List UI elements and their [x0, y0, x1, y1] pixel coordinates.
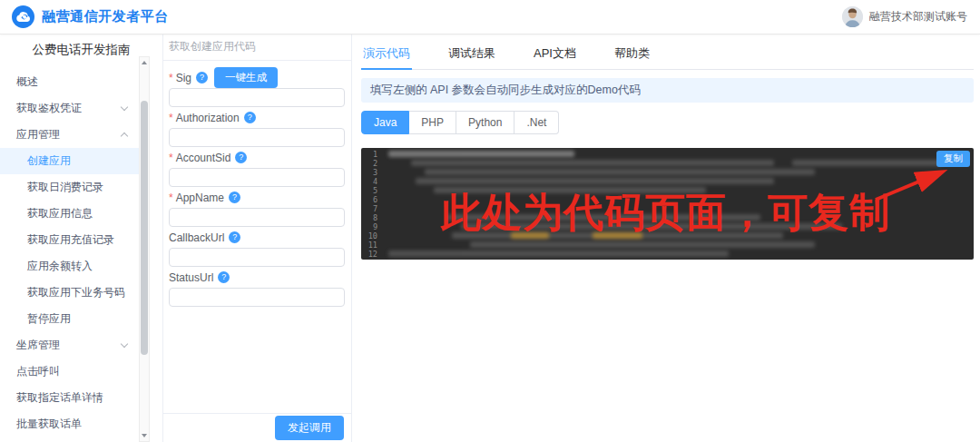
generate-sig-button[interactable]: 一键生成	[214, 67, 278, 88]
page-title: 融营通信开发者平台	[42, 8, 169, 25]
scroll-down-icon[interactable]	[140, 430, 149, 441]
app-header: 融营通信开发者平台 融营技术部测试账号	[0, 0, 980, 34]
sidebar-item-label: 获取应用下业务号码	[27, 285, 125, 300]
field-statusurl: StatusUrl	[169, 270, 345, 307]
sidebar-item-label: 获取日消费记录	[27, 180, 103, 195]
info-banner: 填写左侧的 API 参数会自动同步生成对应的Demo代码	[361, 78, 974, 103]
sidebar-item-label: 概述	[16, 74, 38, 90]
required-mark: *	[169, 112, 173, 124]
field-label: AccountSid	[176, 152, 231, 164]
account-menu[interactable]: 融营技术部测试账号	[842, 6, 967, 27]
sidebar-item-label: 点击呼叫	[16, 364, 60, 379]
sidebar-item-agent-management[interactable]: 坐席管理	[0, 332, 151, 359]
field-label: AppName	[176, 192, 224, 204]
help-icon[interactable]	[218, 271, 230, 283]
sidebar-item-label: 获取指定话单详情	[16, 390, 103, 406]
chevron-up-icon	[121, 133, 128, 140]
annotation-text: 此处为代码页面，可复制	[441, 190, 890, 236]
copy-button[interactable]: 复制	[936, 151, 970, 167]
sidebar-item-daily-consumption[interactable]: 获取日消费记录	[0, 174, 151, 201]
lang-php-button[interactable]: PHP	[409, 111, 456, 134]
help-icon[interactable]	[244, 112, 256, 123]
sig-input[interactable]	[169, 88, 345, 107]
tab-api-docs[interactable]: API文档	[532, 40, 578, 69]
scrollbar-thumb[interactable]	[141, 101, 148, 355]
sidebar-item-balance-transfer[interactable]: 应用余额转入	[0, 253, 151, 280]
field-label: StatusUrl	[169, 271, 213, 284]
sidebar-item-pause-app[interactable]: 暂停应用	[0, 306, 151, 332]
form-footer: 发起调用	[163, 413, 351, 442]
lang-dotnet-button[interactable]: .Net	[514, 111, 559, 134]
help-icon[interactable]	[196, 72, 208, 83]
account-name[interactable]: 融营技术部测试账号	[869, 9, 967, 25]
sidebar-item-label: 创建应用	[27, 153, 71, 169]
accountsid-input[interactable]	[169, 168, 345, 187]
sidebar-scrollbar[interactable]	[139, 56, 150, 442]
scroll-up-icon[interactable]	[140, 57, 149, 68]
sidebar-item-label: 暂停应用	[27, 311, 71, 327]
sidebar-item-label: 获取应用充值记录	[27, 232, 114, 248]
callbackurl-input[interactable]	[169, 248, 345, 267]
help-icon[interactable]	[229, 192, 240, 203]
statusurl-input[interactable]	[169, 288, 345, 307]
brand: 融营通信开发者平台	[12, 5, 169, 28]
required-mark: *	[169, 152, 173, 164]
cloud-logo-icon	[12, 5, 34, 28]
sidebar-item-recharge-records[interactable]: 获取应用充值记录	[0, 227, 151, 253]
appname-input[interactable]	[169, 208, 345, 227]
help-icon[interactable]	[229, 231, 240, 243]
lang-java-button[interactable]: Java	[361, 111, 409, 134]
form-panel-title: 获取创建应用代码	[163, 34, 351, 61]
sidebar-item-label: 获取应用信息	[27, 206, 93, 221]
sidebar-item-batch-call-records[interactable]: 批量获取话单	[0, 411, 151, 437]
field-sig: * Sig 一键生成	[169, 71, 345, 107]
required-mark: *	[169, 192, 173, 204]
chevron-down-icon	[121, 340, 128, 348]
sidebar-item-click-to-call[interactable]: 点击呼叫	[0, 359, 151, 385]
authorization-input[interactable]	[169, 128, 345, 147]
field-label: Sig	[176, 72, 191, 84]
lang-python-button[interactable]: Python	[456, 111, 514, 134]
field-label: Authorization	[176, 112, 240, 124]
field-appname: * AppName	[169, 191, 345, 227]
sidebar-item-call-record-detail[interactable]: 获取指定话单详情	[0, 385, 151, 411]
sidebar-item-business-numbers[interactable]: 获取应用下业务号码	[0, 280, 151, 306]
sidebar-item-label: 应用管理	[16, 127, 60, 142]
chevron-down-icon	[121, 103, 128, 111]
sidebar-item-label: 坐席管理	[16, 338, 60, 353]
code-editor[interactable]: 12 34 56 78 910 1112	[361, 148, 974, 260]
field-accountsid: * AccountSid	[169, 151, 345, 187]
line-numbers: 12 34 56 78 910 1112	[363, 150, 377, 259]
api-params-panel: 获取创建应用代码 * Sig 一键生成 * Authorization	[163, 34, 352, 442]
help-icon[interactable]	[235, 152, 247, 163]
sidebar-item-app-management[interactable]: 应用管理	[0, 122, 151, 148]
sidebar-item-overview[interactable]: 概述	[0, 69, 151, 95]
code-tabs: 演示代码 调试结果 API文档 帮助类	[361, 40, 974, 70]
demo-code-panel: 演示代码 调试结果 API文档 帮助类 填写左侧的 API 参数会自动同步生成对…	[352, 34, 980, 442]
tab-helper-class[interactable]: 帮助类	[612, 40, 652, 69]
field-authorization: * Authorization	[169, 111, 345, 147]
sidebar-item-auth-credentials[interactable]: 获取鉴权凭证	[0, 95, 151, 122]
language-switcher: Java PHP Python .Net	[361, 111, 559, 134]
sidebar-item-label: 批量获取话单	[16, 417, 82, 432]
tab-demo-code[interactable]: 演示代码	[361, 40, 412, 69]
required-mark: *	[169, 72, 173, 84]
sidebar: 公费电话开发指南 概述 获取鉴权凭证 应用管理 创建应用 获取日消费记录 获取应…	[0, 34, 163, 442]
field-callbackurl: CallbackUrl	[169, 231, 345, 267]
invoke-api-button[interactable]: 发起调用	[275, 416, 344, 440]
tab-debug-result[interactable]: 调试结果	[446, 40, 497, 69]
sidebar-item-label: 获取鉴权凭证	[16, 101, 82, 116]
sidebar-item-label: 应用余额转入	[27, 259, 93, 274]
sidebar-item-create-app[interactable]: 创建应用	[0, 148, 141, 174]
field-label: CallbackUrl	[169, 231, 224, 244]
sidebar-item-app-info[interactable]: 获取应用信息	[0, 201, 151, 227]
avatar[interactable]	[842, 6, 863, 27]
